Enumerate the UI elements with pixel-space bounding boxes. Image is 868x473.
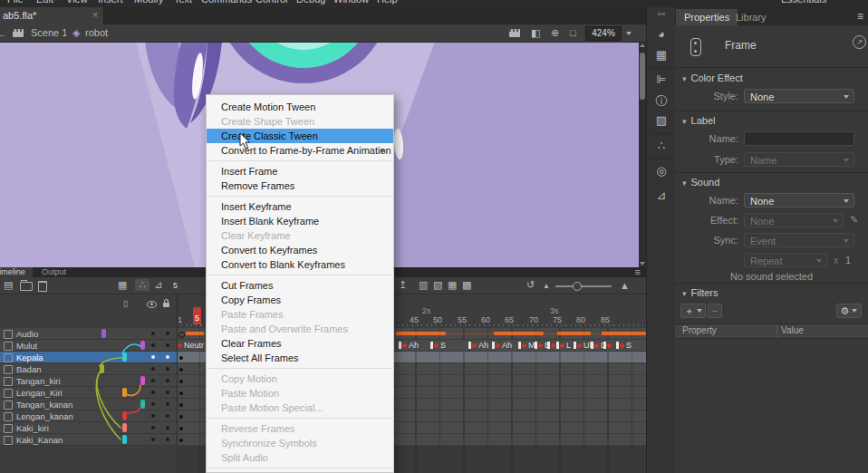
visibility-dot[interactable]	[151, 332, 155, 335]
menu-edit[interactable]: Edit	[36, 0, 53, 5]
menu-item-copy-frames[interactable]: Copy Frames	[207, 293, 393, 307]
section-label[interactable]: Label	[682, 115, 715, 126]
menu-item-remove-frames[interactable]: Remove Frames	[207, 179, 393, 193]
onion-skin-icon[interactable]: ▥	[419, 279, 428, 291]
layer-row-audio[interactable]: Audio	[0, 328, 177, 340]
timeline-zoom-knob[interactable]	[573, 282, 582, 291]
edit-sound-envelope-icon[interactable]: ✎	[850, 214, 858, 226]
scroll-up-icon[interactable]	[640, 43, 645, 47]
menu-commands[interactable]: Commands	[201, 0, 252, 5]
back-arrow-icon[interactable]: ←	[0, 28, 6, 39]
zoom-out-timeline-icon[interactable]: ▲	[543, 282, 550, 290]
lock-dot[interactable]	[166, 343, 169, 347]
edit-scene-icon[interactable]	[509, 29, 520, 37]
layer-row-kaki-kanan[interactable]: Kaki_Kanan	[0, 434, 177, 446]
new-layer-icon[interactable]: ▤	[4, 279, 13, 291]
parent-marker[interactable]	[122, 435, 127, 444]
parent-marker[interactable]	[140, 400, 145, 409]
color-panel-icon[interactable]: ◕	[647, 27, 676, 41]
section-color-effect[interactable]: Color Effect	[682, 72, 743, 83]
lock-dot[interactable]	[166, 426, 169, 430]
export-frames-icon[interactable]: ↥	[399, 279, 407, 291]
pin-properties-icon[interactable]: ↗	[853, 35, 866, 49]
parent-marker[interactable]	[100, 364, 104, 373]
transform-panel-icon[interactable]: ▨	[647, 113, 676, 127]
menu-item-convert-frame-by-frame[interactable]: Convert to Frame-by-Frame Animation▸	[207, 143, 393, 158]
collapse-panels-icon[interactable]: ««	[647, 10, 676, 18]
brush-panel-icon[interactable]: ∴	[647, 139, 676, 152]
menu-view[interactable]: View	[66, 0, 88, 5]
menu-item-clear-frames[interactable]: Clear Frames	[207, 336, 393, 351]
visibility-dot[interactable]	[151, 391, 155, 394]
filter-options-button[interactable]: ⚙	[836, 304, 862, 318]
panel-menu-icon[interactable]: ≡	[635, 266, 641, 277]
lock-dot[interactable]	[166, 332, 169, 335]
zoom-level-select[interactable]: 424%	[585, 26, 622, 41]
menu-item-convert-to-keyframes[interactable]: Convert to Keyframes	[207, 243, 393, 257]
swatches-panel-icon[interactable]: ▦	[647, 48, 676, 62]
menu-debug[interactable]: Debug	[296, 0, 325, 5]
edit-multiple-frames-icon[interactable]: ▦	[448, 279, 457, 291]
timeline-zoom-slider[interactable]	[555, 285, 612, 287]
layer-row-lengan-kanan[interactable]: Lengan_kanan	[0, 410, 177, 422]
menu-item-create-motion-tween[interactable]: Create Motion Tween	[207, 100, 393, 114]
visibility-dot[interactable]	[151, 367, 155, 371]
parent-marker[interactable]	[122, 352, 127, 362]
layer-row-lengan-kiri[interactable]: Lengan_Kiri	[0, 387, 177, 399]
menu-item-insert-frame[interactable]: Insert Frame	[207, 164, 393, 179]
tab-timeline[interactable]: Timeline	[0, 267, 33, 277]
reset-zoom-icon[interactable]: ↺	[526, 279, 535, 291]
parent-marker[interactable]	[140, 341, 145, 350]
lock-dot[interactable]	[166, 391, 169, 394]
lock-dot[interactable]	[166, 402, 169, 406]
scene-breadcrumb[interactable]: Scene 1	[31, 27, 67, 38]
section-filters[interactable]: Filters	[682, 287, 718, 298]
document-tab[interactable]: ab5.fla* ×	[0, 7, 104, 24]
menu-item-select-all-frames[interactable]: Select All Frames	[207, 351, 393, 365]
motion-editor-icon[interactable]: ⊿	[647, 188, 676, 202]
close-tab-icon[interactable]: ×	[92, 10, 98, 20]
zoom-dropdown-icon[interactable]	[626, 32, 632, 35]
layer-row-kaki-kiri[interactable]: Kaki_kiri	[0, 422, 177, 434]
layer-depth-icon[interactable]: ⊿	[154, 279, 162, 291]
layer-row-badan[interactable]: Badan	[0, 363, 177, 375]
layer-row-tangan-kiri[interactable]: Tangan_kiri	[0, 375, 177, 387]
menu-window[interactable]: Window	[333, 0, 369, 5]
visibility-dot[interactable]	[151, 402, 155, 406]
camera-icon[interactable]: ▦	[118, 279, 127, 291]
stage-vertical-scrollbar[interactable]	[639, 42, 646, 267]
repeat-count-value[interactable]: 1	[845, 255, 851, 265]
lock-column-icon[interactable]	[163, 303, 169, 307]
scroll-down-icon[interactable]	[640, 262, 645, 265]
visibility-dot[interactable]	[151, 414, 155, 418]
layer-row-tangan-kanan[interactable]: Tangan_kanan	[0, 399, 177, 410]
layer-parenting-icon[interactable]: ∴	[135, 279, 149, 291]
visibility-column-icon[interactable]	[147, 301, 157, 308]
scrollbar-thumb[interactable]	[640, 53, 645, 100]
edit-symbols-icon[interactable]: ◧	[531, 27, 540, 39]
clip-content-icon[interactable]: □	[570, 27, 576, 38]
tab-output[interactable]: Output	[34, 267, 73, 277]
playhead[interactable]: 5	[193, 307, 201, 324]
menu-item-create-classic-tween[interactable]: Create Classic Tween	[207, 129, 393, 143]
panel-menu-icon[interactable]: ≡	[857, 10, 863, 23]
lock-dot[interactable]	[166, 438, 169, 441]
visibility-dot[interactable]	[151, 438, 155, 441]
zoom-in-timeline-icon[interactable]: ▲	[620, 280, 630, 291]
menu-file[interactable]: File	[7, 0, 24, 5]
workspace-switcher[interactable]: Essentials	[781, 0, 826, 5]
visibility-dot[interactable]	[151, 379, 155, 382]
menu-modify[interactable]: Modify	[134, 0, 163, 5]
parent-marker[interactable]	[140, 376, 145, 385]
visibility-dot[interactable]	[151, 343, 155, 347]
label-name-input[interactable]	[744, 131, 854, 146]
parent-marker[interactable]	[101, 329, 106, 338]
style-select[interactable]: None	[744, 89, 854, 103]
symbol-breadcrumb[interactable]: robot	[85, 27, 108, 38]
lock-dot[interactable]	[166, 355, 169, 359]
menu-item-insert-blank-keyframe[interactable]: Insert Blank Keyframe	[207, 214, 393, 228]
menu-item-insert-keyframe[interactable]: Insert Keyframe	[207, 199, 393, 214]
modify-markers-icon[interactable]: ▩	[462, 279, 471, 291]
menu-insert[interactable]: Insert	[98, 0, 123, 5]
menu-help[interactable]: Help	[377, 0, 398, 5]
